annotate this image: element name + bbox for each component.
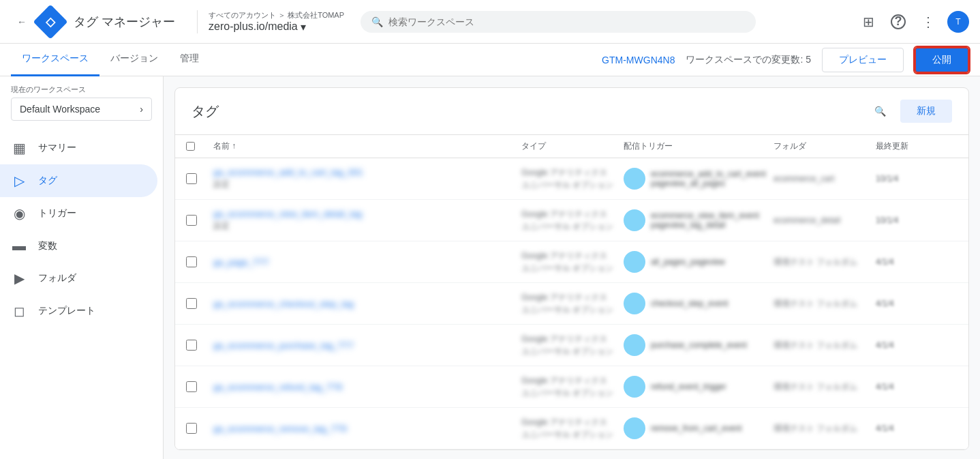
tag-name-link[interactable]: ga_ecommerce_add_to_cart_tag_001 bbox=[213, 167, 521, 177]
triggers-icon: ◉ bbox=[11, 205, 27, 222]
templates-icon: ◻ bbox=[11, 303, 27, 319]
tag-type: Google アナリティクス bbox=[521, 209, 607, 219]
sidebar-label-templates: テンプレート bbox=[38, 305, 95, 317]
tag-type: Google アナリティクス bbox=[521, 168, 607, 177]
back-icon: ← bbox=[17, 16, 27, 27]
gtm-id[interactable]: GTM-MWGN4N8 bbox=[602, 55, 675, 65]
tab-workspace[interactable]: ワークスペース bbox=[11, 44, 99, 76]
row-checkbox[interactable] bbox=[186, 173, 213, 184]
row-select-checkbox[interactable] bbox=[186, 173, 197, 184]
row-checkbox[interactable] bbox=[186, 215, 213, 226]
nav-tabs: ワークスペース バージョン 管理 bbox=[11, 44, 210, 76]
more-icon: ⋮ bbox=[921, 14, 935, 30]
row-checkbox[interactable] bbox=[186, 298, 213, 309]
tag-type: Google アナリティクス bbox=[521, 417, 607, 427]
cell-type: Google アナリティクス ユニバーサル オプション bbox=[521, 333, 624, 357]
table-row[interactable]: ga_ecommerce_purchase_tag_TT7 Google アナリ… bbox=[175, 325, 968, 366]
sidebar-item-templates[interactable]: ◻ テンプレート bbox=[0, 295, 157, 327]
cell-type: Google アナリティクス ユニバーサル オプション bbox=[521, 208, 624, 233]
sidebar-item-folders[interactable]: ▶ フォルダ bbox=[0, 262, 157, 295]
secondary-nav: ワークスペース バージョン 管理 GTM-MWGN4N8 ワークスペースでの変更… bbox=[0, 44, 980, 76]
cell-trigger: ecommerce_add_to_cart_event pageview_all… bbox=[624, 168, 774, 190]
trigger-text-wrap: checkout_step_event bbox=[651, 299, 728, 308]
table-row[interactable]: ga_ecommerce_checkout_step_tag Google アナ… bbox=[175, 283, 968, 325]
domain-selector[interactable]: zero-plus.io/media ▾ bbox=[209, 20, 344, 33]
tag-name-link[interactable]: ga_ecommerce_checkout_step_tag bbox=[213, 299, 521, 309]
th-name[interactable]: 名前 ↑ bbox=[213, 140, 521, 152]
tag-type: Google アナリティクス bbox=[521, 251, 607, 261]
dropdown-icon: ▾ bbox=[301, 20, 306, 33]
more-button[interactable]: ⋮ bbox=[915, 8, 942, 35]
workspace-changes: ワークスペースでの変更数: 5 bbox=[686, 54, 811, 66]
trigger-name: remove_from_cart_event bbox=[651, 424, 741, 433]
account-selector[interactable]: すべてのアカウント ＞ 株式会社TOMAP zero-plus.io/media… bbox=[197, 10, 344, 33]
tag-name-link[interactable]: ga_page_TTT bbox=[213, 257, 521, 267]
cell-folder: ecommerce_cart bbox=[774, 174, 876, 183]
trigger-name2: pageview_tag_detail bbox=[651, 220, 759, 230]
row-select-checkbox[interactable] bbox=[186, 256, 197, 267]
sidebar-label-tags: タグ bbox=[38, 175, 57, 187]
tag-name-link[interactable]: ga_ecommerce_purchase_tag_TT7 bbox=[213, 340, 521, 351]
table-row[interactable]: ga_ecommerce_add_to_cart_tag_001 設定 Goog… bbox=[175, 158, 968, 200]
trigger-name: purchase_complete_event bbox=[651, 340, 747, 350]
search-icon: 🔍 bbox=[371, 16, 383, 27]
card-actions: 🔍 新規 bbox=[868, 99, 952, 123]
search-bar[interactable]: 🔍 bbox=[361, 11, 756, 33]
row-select-checkbox[interactable] bbox=[186, 423, 197, 434]
grid-button[interactable]: ⊞ bbox=[855, 8, 882, 35]
search-input[interactable] bbox=[388, 16, 745, 27]
top-bar-left: ← ◇ タグ マネージャー すべてのアカウント ＞ 株式会社TOMAP zero… bbox=[11, 10, 344, 34]
table-row[interactable]: ga_page_TTT Google アナリティクス ユニバーサル オプション … bbox=[175, 241, 968, 283]
row-checkbox[interactable] bbox=[186, 381, 213, 392]
row-checkbox[interactable] bbox=[186, 340, 213, 351]
row-select-checkbox[interactable] bbox=[186, 298, 197, 309]
cell-folder: 環境テスト フォルダム bbox=[774, 423, 876, 434]
trigger-name: all_pages_pageview bbox=[651, 257, 725, 267]
tag-name-link[interactable]: ga_ecommerce_refund_tag_TT8 bbox=[213, 382, 521, 392]
table-row[interactable]: ga_ecommerce_refund_tag_TT8 Google アナリティ… bbox=[175, 366, 968, 408]
tag-name-link[interactable]: ga_ecommerce_view_item_detail_tag bbox=[213, 209, 521, 219]
publish-button[interactable]: 公開 bbox=[915, 47, 969, 73]
workspace-name: Default Workspace bbox=[20, 104, 100, 115]
preview-button[interactable]: プレビュー bbox=[822, 48, 904, 72]
sidebar-item-variables[interactable]: ▬ 変数 bbox=[0, 230, 157, 262]
sidebar-label-triggers: トリガー bbox=[38, 207, 76, 220]
table-row[interactable]: ga_ecommerce_view_item_detail_tag 設定 Goo… bbox=[175, 200, 968, 241]
tag-type: Google アナリティクス bbox=[521, 334, 607, 344]
search-icon: 🔍 bbox=[874, 106, 886, 117]
avatar-text: T bbox=[955, 17, 960, 27]
row-checkbox[interactable] bbox=[186, 423, 213, 434]
help-icon: ? bbox=[891, 14, 906, 29]
row-select-checkbox[interactable] bbox=[186, 340, 197, 351]
th-checkbox[interactable] bbox=[186, 140, 213, 152]
sidebar-item-tags[interactable]: ▷ タグ bbox=[0, 164, 157, 197]
new-button[interactable]: 新規 bbox=[900, 100, 952, 123]
back-button[interactable]: ← bbox=[11, 11, 33, 33]
trigger-icon bbox=[624, 293, 645, 314]
tag-type2: ユニバーサル オプション bbox=[521, 222, 613, 231]
workspace-section: 現在のワークスペース Default Workspace › bbox=[0, 76, 163, 126]
row-select-checkbox[interactable] bbox=[186, 381, 197, 392]
row-select-checkbox[interactable] bbox=[186, 215, 197, 226]
tag-type2: ユニバーサル オプション bbox=[521, 388, 613, 398]
cell-folder: 環境テスト フォルダム bbox=[774, 381, 876, 393]
tag-name-link[interactable]: ga_ecommerce_remove_tag_TT9 bbox=[213, 424, 521, 434]
row-checkbox[interactable] bbox=[186, 256, 213, 267]
workspace-selector[interactable]: Default Workspace › bbox=[11, 98, 152, 121]
sidebar-nav: ▦ サマリー ▷ タグ ◉ トリガー ▬ 変数 ▶ フォルダ ◻ テンプレート bbox=[0, 132, 163, 327]
table-search-button[interactable]: 🔍 bbox=[868, 99, 892, 123]
trigger-name: ecommerce_view_item_event bbox=[651, 211, 759, 220]
tab-version[interactable]: バージョン bbox=[99, 44, 169, 76]
table-row[interactable]: ga_ecommerce_remove_tag_TT9 Google アナリティ… bbox=[175, 408, 968, 449]
sidebar-item-summary[interactable]: ▦ サマリー bbox=[0, 132, 157, 164]
table-header: 名前 ↑ タイプ 配信トリガー フォルダ 最終更新 bbox=[175, 135, 968, 158]
avatar[interactable]: T bbox=[947, 11, 969, 33]
select-all-checkbox[interactable] bbox=[186, 142, 195, 151]
trigger-text-wrap: ecommerce_add_to_cart_event pageview_all… bbox=[651, 169, 766, 188]
cell-type: Google アナリティクス ユニバーサル オプション bbox=[521, 374, 624, 399]
sidebar-item-triggers[interactable]: ◉ トリガー bbox=[0, 197, 157, 230]
help-button[interactable]: ? bbox=[885, 8, 912, 35]
tab-admin[interactable]: 管理 bbox=[169, 44, 210, 76]
th-type: タイプ bbox=[521, 140, 624, 152]
cell-trigger: checkout_step_event bbox=[624, 293, 774, 314]
